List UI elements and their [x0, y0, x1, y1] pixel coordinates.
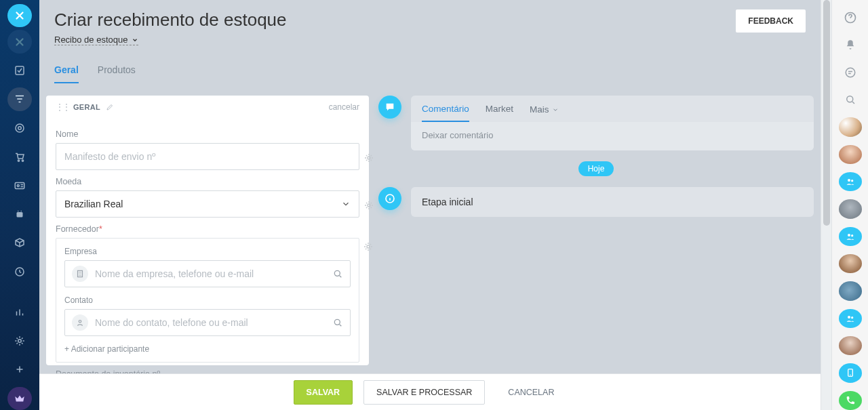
comment-card: Comentário Market Mais Deixar comentário: [411, 96, 814, 150]
timeline: Comentário Market Mais Deixar comentário: [378, 96, 814, 365]
avatar-6[interactable]: [839, 336, 862, 355]
cancel-section-link[interactable]: cancelar: [329, 102, 359, 112]
close-pill[interactable]: [7, 4, 32, 27]
today-chip: Hoje: [578, 161, 614, 176]
search-icon[interactable]: [332, 317, 343, 328]
section-title: GERAL: [73, 103, 100, 111]
svg-point-24: [851, 180, 853, 182]
name-input[interactable]: [56, 143, 359, 170]
phone-icon[interactable]: [839, 391, 862, 410]
tab-general[interactable]: Geral: [54, 64, 79, 83]
building-icon: [72, 266, 88, 282]
page-title: Criar recebimento de estoque: [54, 9, 287, 30]
contact-input[interactable]: [95, 310, 326, 335]
analytics-icon[interactable]: [7, 300, 32, 323]
svg-rect-14: [78, 270, 83, 276]
svg-point-7: [18, 211, 19, 212]
id-card-icon[interactable]: [7, 173, 32, 197]
doc-type-label: Recibo de estoque: [54, 35, 127, 45]
svg-point-21: [846, 68, 855, 77]
drag-handle-icon[interactable]: ⋮⋮: [56, 102, 69, 112]
svg-point-17: [334, 319, 340, 325]
svg-point-12: [368, 204, 370, 207]
supplier-label: Fornecedor*: [56, 224, 359, 234]
page-tabs: Geral Produtos: [39, 45, 821, 83]
svg-point-15: [334, 270, 340, 276]
scrollbar-thumb[interactable]: [823, 0, 830, 226]
left-sidebar: [0, 0, 39, 410]
timeline-tab-market[interactable]: Market: [486, 104, 513, 122]
add-participant-link[interactable]: + Adicionar participante: [64, 344, 351, 354]
target-icon[interactable]: [7, 117, 32, 140]
svg-point-1: [16, 124, 24, 132]
currency-value: Brazilian Real: [64, 199, 123, 209]
svg-point-10: [18, 340, 22, 343]
muted-pill[interactable]: [7, 30, 32, 53]
company-input[interactable]: [95, 261, 326, 287]
svg-point-22: [846, 96, 852, 102]
device-icon[interactable]: [839, 363, 862, 382]
svg-point-23: [848, 179, 850, 182]
right-sidebar: [831, 0, 868, 410]
search-icon[interactable]: [839, 90, 862, 109]
currency-label: Moeda: [56, 177, 359, 186]
action-bar: SALVAR SALVAR E PROCESSAR CANCELAR: [39, 373, 821, 410]
name-gear-icon[interactable]: [363, 152, 374, 163]
box-icon[interactable]: [7, 231, 32, 254]
android-icon[interactable]: [7, 203, 32, 226]
supplier-box: Empresa Contato: [56, 238, 359, 363]
name-label: Nome: [56, 129, 359, 139]
clock-icon[interactable]: [7, 260, 32, 283]
edit-section-icon[interactable]: [106, 103, 114, 111]
contact-search[interactable]: [64, 309, 351, 336]
avatar-4[interactable]: [839, 254, 862, 273]
feedback-button[interactable]: FEEDBACK: [736, 9, 806, 33]
svg-point-3: [18, 160, 19, 161]
svg-point-27: [848, 316, 850, 319]
svg-point-2: [18, 127, 22, 130]
avatar-3[interactable]: [839, 199, 862, 218]
comment-input-area[interactable]: Deixar comentário: [411, 122, 814, 150]
cancel-button[interactable]: CANCELAR: [496, 380, 566, 405]
group-icon-3[interactable]: [839, 309, 862, 328]
plus-icon[interactable]: [7, 358, 32, 381]
save-process-button[interactable]: SALVAR E PROCESSAR: [363, 380, 485, 405]
filter-icon[interactable]: [7, 87, 32, 110]
settings-icon[interactable]: [7, 329, 32, 352]
group-icon[interactable]: [839, 172, 862, 191]
person-icon: [72, 314, 88, 331]
help-icon[interactable]: [839, 8, 862, 27]
company-search[interactable]: [64, 260, 351, 287]
currency-gear-icon[interactable]: [363, 200, 374, 211]
doc-type-dropdown[interactable]: Recibo de estoque: [54, 35, 138, 45]
svg-point-13: [367, 245, 370, 248]
group-icon-2[interactable]: [839, 227, 862, 246]
avatar-2[interactable]: [839, 145, 862, 164]
form-card: ⋮⋮ GERAL cancelar Nome: [46, 96, 369, 365]
svg-point-4: [22, 160, 23, 161]
bell-icon[interactable]: [839, 35, 862, 54]
scrollbar[interactable]: [821, 0, 831, 410]
supplier-gear-icon[interactable]: [363, 241, 374, 252]
svg-point-8: [21, 211, 22, 212]
currency-select[interactable]: Brazilian Real: [56, 190, 359, 218]
cart-icon[interactable]: [7, 145, 32, 168]
stage-label: Etapa inicial: [422, 197, 473, 207]
avatar-1[interactable]: [839, 117, 862, 136]
dashboard-icon[interactable]: [7, 59, 32, 82]
search-icon[interactable]: [332, 268, 343, 279]
svg-point-11: [368, 157, 370, 159]
svg-point-6: [17, 184, 19, 186]
svg-point-26: [851, 234, 853, 237]
comment-placeholder: Deixar comentário: [422, 130, 494, 140]
crown-icon[interactable]: [7, 387, 32, 410]
avatar-5[interactable]: [839, 281, 862, 300]
info-bubble-icon: [378, 187, 401, 210]
tab-products[interactable]: Produtos: [98, 64, 136, 83]
timeline-tab-more[interactable]: Mais: [530, 104, 559, 122]
contact-label: Contato: [64, 295, 351, 305]
save-button[interactable]: SALVAR: [294, 380, 353, 405]
main-area: Criar recebimento de estoque Recibo de e…: [39, 0, 821, 410]
messages-icon[interactable]: [839, 63, 862, 82]
timeline-tab-comment[interactable]: Comentário: [422, 104, 469, 122]
